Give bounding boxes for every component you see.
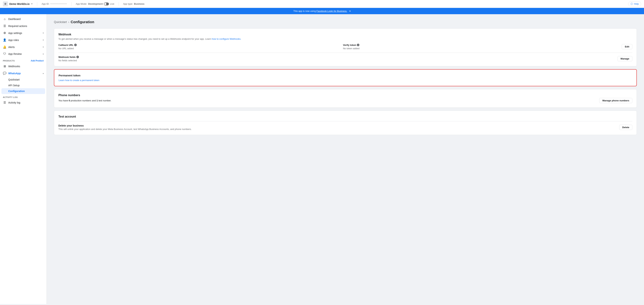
- phone-numbers-text: You have 0 production numbers and 1 test…: [58, 99, 111, 102]
- add-product-link[interactable]: Add Product: [31, 60, 44, 62]
- configuration-sub-label: Configuration: [8, 90, 25, 92]
- production-count: 0: [69, 99, 70, 102]
- banner-link[interactable]: Facebook Login for Business.: [316, 10, 347, 12]
- app-icon: D: [3, 2, 8, 6]
- info-banner: This app is now using Facebook Login for…: [0, 8, 644, 14]
- help-label: Help: [634, 2, 639, 5]
- sidebar-sub-api-setup[interactable]: API Setup: [0, 82, 46, 88]
- app-mode-field: App Mode: Development Live: [76, 2, 114, 6]
- app-id-field: App ID: ••••••••••••••: [42, 2, 67, 5]
- help-icon: ⓘ: [630, 2, 633, 6]
- sidebar-item-app-roles[interactable]: 👤 App roles ▾: [0, 36, 46, 44]
- products-section: Products Add Product: [0, 57, 46, 63]
- whatsapp-icon: 💬: [3, 72, 6, 75]
- products-label: Products: [3, 60, 15, 62]
- permanent-token-link[interactable]: Learn how to create a permanent token: [58, 79, 99, 82]
- sidebar-item-app-review[interactable]: 🛡 App Review ▾: [0, 50, 46, 57]
- sidebar-dashboard-label: Dashboard: [8, 18, 44, 20]
- verify-token-group: Verify token i No token added: [343, 44, 622, 50]
- alerts-icon: 🔔: [3, 45, 6, 49]
- app-id-label: App ID:: [42, 2, 49, 5]
- banner-text: This app is now using: [293, 10, 316, 12]
- alerts-chevron-icon: ▾: [43, 46, 44, 48]
- api-setup-sub-label: API Setup: [8, 84, 20, 87]
- sidebar-item-dashboard[interactable]: ⌂ Dashboard: [0, 16, 46, 22]
- whatsapp-chevron-icon: ▴: [43, 72, 44, 74]
- sidebar-alerts-label: Alerts: [8, 46, 41, 48]
- webhook-url-fields: Callback URL i No URL added Verify token…: [58, 44, 622, 50]
- required-actions-icon: ☰: [3, 24, 6, 28]
- activity-log-section-label: Activity log: [3, 96, 18, 98]
- main-layout: ⌂ Dashboard ☰ Required actions ⚙ App set…: [0, 14, 644, 304]
- sidebar-item-activity-log[interactable]: ☰ Activity log: [0, 99, 46, 106]
- sidebar-item-whatsapp[interactable]: 💬 WhatsApp ▴: [0, 70, 46, 77]
- sidebar-required-actions-label: Required actions: [8, 24, 44, 28]
- topbar-divider-1: [37, 2, 37, 6]
- app-name-selector[interactable]: D Demo WorkDo.io ▼: [3, 2, 33, 6]
- sidebar-sub-quickstart[interactable]: Quickstart: [0, 77, 46, 82]
- app-mode-toggle[interactable]: [104, 2, 109, 6]
- app-name-label: Demo WorkDo.io: [9, 2, 30, 6]
- banner-close-icon[interactable]: ×: [349, 10, 351, 12]
- sidebar-webhooks-label: Webhooks: [8, 65, 44, 68]
- phone-numbers-card: Phone numbers You have 0 production numb…: [54, 89, 637, 108]
- sidebar-item-required-actions[interactable]: ☰ Required actions: [0, 22, 46, 30]
- webhook-config-link[interactable]: how to configure Webhooks.: [212, 38, 241, 40]
- webhook-url-row: Callback URL i No URL added Verify token…: [58, 44, 632, 50]
- phone-numbers-row: You have 0 production numbers and 1 test…: [58, 98, 632, 103]
- callback-url-group: Callback URL i No URL added: [58, 44, 337, 50]
- topbar-divider-3: [118, 2, 119, 6]
- verify-token-label: Verify token i: [343, 44, 622, 46]
- webhook-fields-row: Webhook fields i No fields selected Mana…: [58, 56, 632, 62]
- webhooks-icon: ⊞: [3, 64, 6, 68]
- breadcrumb-prev[interactable]: Quickstart: [54, 20, 67, 24]
- help-button[interactable]: ⓘ Help: [628, 2, 641, 6]
- app-mode-label: App Mode:: [76, 2, 87, 5]
- sidebar-item-app-settings[interactable]: ⚙ App settings ▾: [0, 30, 46, 36]
- delete-button[interactable]: Delete: [619, 125, 632, 130]
- callback-url-label: Callback URL i: [58, 44, 337, 46]
- app-review-icon: 🛡: [3, 52, 6, 56]
- app-type-value: Business: [134, 2, 144, 5]
- edit-button[interactable]: Edit: [622, 44, 632, 49]
- phone-numbers-title: Phone numbers: [58, 94, 632, 97]
- breadcrumb: Quickstart › Configuration: [54, 20, 637, 24]
- sidebar-item-alerts[interactable]: 🔔 Alerts ▾: [0, 44, 46, 50]
- delete-business-title: Delete your business: [58, 124, 192, 127]
- app-id-value: ••••••••••••••: [50, 2, 67, 5]
- verify-token-info-icon: i: [357, 44, 360, 46]
- sidebar-item-webhooks[interactable]: ⊞ Webhooks: [0, 63, 46, 70]
- webhook-fields-label: Webhook fields i: [58, 56, 79, 58]
- app-type-field: App type: Business: [123, 2, 144, 5]
- sidebar-app-roles-label: App roles: [8, 39, 41, 42]
- sidebar-whatsapp-label: WhatsApp: [8, 72, 41, 75]
- delete-business-desc: This will unlink your application and de…: [58, 128, 192, 130]
- quickstart-sub-label: Quickstart: [8, 78, 20, 81]
- webhook-fields-group: Webhook fields i No fields selected: [58, 56, 79, 62]
- test-account-title: Test account: [58, 115, 632, 118]
- app-settings-icon: ⚙: [3, 31, 6, 35]
- webhook-fields-info-icon: i: [76, 56, 79, 58]
- breadcrumb-separator: ›: [68, 20, 69, 24]
- webhook-callback-verify-row: Callback URL i No URL added Verify token…: [58, 44, 622, 50]
- topbar: D Demo WorkDo.io ▼ App ID: •••••••••••••…: [0, 0, 644, 8]
- live-label: Live: [110, 2, 114, 5]
- app-type-label: App type:: [123, 2, 133, 5]
- permanent-token-card: Permanent token Learn how to create a pe…: [54, 69, 637, 86]
- sidebar-sub-configuration[interactable]: Configuration: [2, 88, 45, 94]
- verify-token-value: No token added: [343, 47, 622, 50]
- webhook-card: Webhook To get alerted when you receive …: [54, 28, 637, 66]
- dashboard-icon: ⌂: [3, 18, 6, 21]
- callback-url-value: No URL added: [58, 47, 337, 50]
- main-content: Quickstart › Configuration Webhook To ge…: [47, 14, 644, 304]
- manage-phone-numbers-button[interactable]: Manage phone numbers: [599, 98, 632, 103]
- webhook-card-desc: To get alerted when you receive a messag…: [58, 37, 632, 41]
- delete-business-row: Delete your business This will unlink yo…: [58, 124, 632, 130]
- sidebar-activity-log-label: Activity log: [8, 101, 44, 104]
- callback-url-info-icon: i: [74, 44, 77, 46]
- webhook-card-title: Webhook: [58, 33, 632, 36]
- test-account-card: Test account Delete your business This w…: [54, 110, 637, 135]
- app-settings-chevron-icon: ▾: [43, 32, 44, 34]
- manage-webhook-fields-button[interactable]: Manage: [618, 56, 632, 61]
- webhook-fields-value: No fields selected: [58, 59, 79, 62]
